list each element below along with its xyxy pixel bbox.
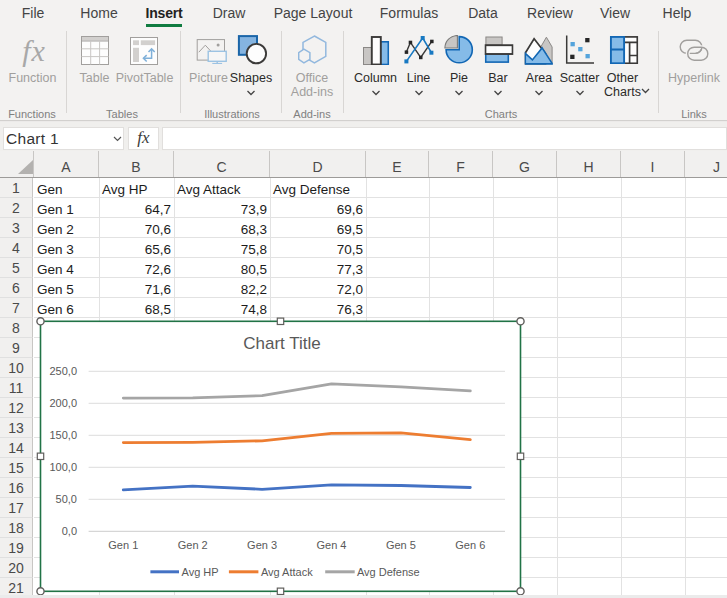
svg-text:150,0: 150,0 xyxy=(49,429,77,441)
svg-text:Chart Title: Chart Title xyxy=(243,334,320,353)
svg-text:200,0: 200,0 xyxy=(49,397,77,409)
svg-text:100,0: 100,0 xyxy=(49,461,77,473)
svg-text:Gen 6: Gen 6 xyxy=(455,539,485,551)
svg-text:Avg Defense: Avg Defense xyxy=(357,566,420,578)
svg-text:Avg Attack: Avg Attack xyxy=(261,566,313,578)
svg-text:Gen 4: Gen 4 xyxy=(317,539,347,551)
svg-text:Gen 5: Gen 5 xyxy=(386,539,416,551)
svg-text:Gen 2: Gen 2 xyxy=(178,539,208,551)
svg-text:250,0: 250,0 xyxy=(49,365,77,377)
svg-text:Gen 3: Gen 3 xyxy=(247,539,277,551)
svg-text:50,0: 50,0 xyxy=(56,493,77,505)
svg-text:0,0: 0,0 xyxy=(62,525,77,537)
svg-text:Avg HP: Avg HP xyxy=(182,566,219,578)
svg-text:Gen 1: Gen 1 xyxy=(108,539,138,551)
